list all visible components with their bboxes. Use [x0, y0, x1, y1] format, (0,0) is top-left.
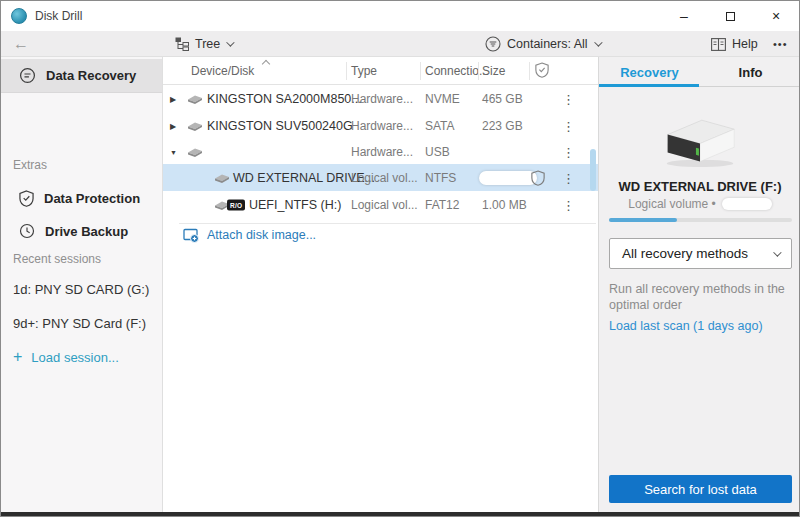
minimize-button[interactable]: – [661, 1, 707, 31]
device-connection: USB [425, 145, 450, 159]
load-session-label: Load session... [31, 350, 118, 365]
recovery-method-dropdown[interactable]: All recovery methods [609, 238, 792, 269]
device-size: 223 GB [482, 119, 523, 133]
column-connection[interactable]: Connectio... [425, 64, 489, 78]
sidebar: Data Recovery Extras Data Protection Dri… [1, 57, 163, 514]
tab-label: Info [739, 65, 763, 80]
column-type[interactable]: Type [351, 64, 377, 78]
device-connection: NVME [425, 92, 460, 106]
maximize-button[interactable] [707, 1, 753, 31]
sidebar-item-data-protection[interactable]: Data Protection [1, 182, 162, 214]
tab-info[interactable]: Info [700, 57, 800, 87]
search-for-lost-data-button[interactable]: Search for lost data [609, 475, 792, 503]
recovery-method-description: Run all recovery methods in the optimal … [609, 281, 790, 314]
device-size: 465 GB [482, 92, 523, 106]
titlebar: Disk Drill – × [1, 1, 799, 31]
drive-usage-bar [609, 218, 792, 222]
table-row[interactable]: R/O UEFI_NTFS (H:) Logical vol... FAT12 … [163, 191, 598, 219]
progress-fill [609, 218, 677, 222]
scrollbar-thumb[interactable] [590, 149, 596, 191]
toolbar: ← Tree Containers: All [1, 31, 799, 57]
close-button[interactable]: × [753, 1, 799, 31]
recovery-panel: Recovery Info WD EXTERNAL DRIVE (F:) Log… [598, 57, 800, 514]
device-type: Logical vol... [351, 198, 418, 212]
divider [179, 223, 596, 224]
chevron-down-icon [594, 38, 602, 46]
disk-icon [186, 120, 204, 131]
expand-icon[interactable]: ▶ [170, 121, 176, 130]
tree-view-dropdown[interactable]: Tree [175, 31, 232, 57]
collapse-icon[interactable]: ▼ [170, 148, 177, 155]
attach-disk-icon [183, 227, 199, 243]
sort-asc-icon [262, 60, 270, 68]
help-icon [711, 38, 726, 51]
row-menu-icon[interactable]: ⋮ [562, 198, 574, 213]
device-connection: FAT12 [425, 198, 459, 212]
history-clock-icon [19, 223, 35, 239]
app-title: Disk Drill [35, 1, 82, 31]
table-row-selected[interactable]: WD EXTERNAL DRIVE... Logical vol... NTFS… [163, 164, 598, 191]
disk-drill-window: Disk Drill – × ← Tree Containers: All [0, 0, 800, 517]
sidebar-item-data-recovery[interactable]: Data Recovery [1, 59, 162, 93]
shield-icon[interactable] [531, 170, 545, 186]
shield-check-column-icon [535, 62, 549, 78]
device-name: KINGSTON SA2000M850... [207, 92, 362, 106]
maximize-icon [726, 12, 735, 21]
more-options-button[interactable]: ••• [773, 31, 788, 57]
sidebar-item-label: Data Recovery [46, 68, 136, 83]
disk-icon [186, 93, 204, 104]
column-device-disk[interactable]: Device/Disk [191, 64, 254, 78]
disk-icon [186, 146, 204, 157]
table-row[interactable]: ▼ Hardware... USB ⋮ [163, 139, 598, 164]
device-connection: NTFS [425, 171, 456, 185]
read-only-badge: R/O [227, 200, 245, 211]
drive-subtitle: Logical volume • [628, 197, 716, 211]
device-name: KINGSTON SUV500240G [207, 119, 353, 133]
redacted-size-pill [479, 171, 537, 185]
help-button[interactable]: Help [711, 31, 758, 57]
device-type: Hardware... [351, 92, 413, 106]
minimize-icon: – [680, 8, 688, 24]
panel-tabs: Recovery Info [599, 57, 800, 87]
row-menu-icon[interactable]: ⋮ [562, 91, 574, 106]
chevron-down-icon [226, 38, 234, 46]
row-menu-icon[interactable]: ⋮ [562, 170, 574, 185]
tree-label: Tree [195, 37, 220, 51]
chevron-down-icon [773, 248, 781, 256]
table-row[interactable]: ▶ KINGSTON SUV500240G Hardware... SATA 2… [163, 112, 598, 139]
containers-filter-dropdown[interactable]: Containers: All [485, 31, 600, 57]
load-last-scan-link[interactable]: Load last scan (1 days ago) [609, 319, 763, 333]
disk-icon [213, 172, 231, 183]
filter-icon [485, 36, 501, 52]
active-tab-indicator [599, 84, 699, 87]
sidebar-item-drive-backup[interactable]: Drive Backup [1, 215, 162, 247]
recovery-method-value: All recovery methods [622, 246, 748, 261]
session-item-2[interactable]: 9d+: PNY SD Card (F:) [13, 316, 146, 331]
shield-check-icon [19, 190, 34, 207]
data-recovery-icon [19, 67, 36, 84]
device-type: Logical vol... [351, 171, 418, 185]
external-drive-illustration [655, 109, 745, 171]
selected-drive-name: WD EXTERNAL DRIVE (F:) [599, 179, 800, 194]
table-header: Device/Disk Type Connectio... Size [163, 57, 598, 85]
table-row[interactable]: ▶ KINGSTON SA2000M850... Hardware... NVM… [163, 85, 598, 112]
tab-label: Recovery [620, 65, 679, 80]
tab-recovery[interactable]: Recovery [599, 57, 700, 87]
app-icon [11, 8, 27, 24]
attach-disk-image-link[interactable]: Attach disk image... [183, 227, 316, 243]
load-session-button[interactable]: + Load session... [13, 348, 119, 366]
row-menu-icon[interactable]: ⋮ [562, 144, 574, 159]
session-item-1[interactable]: 1d: PNY SD CARD (G:) [13, 282, 149, 297]
device-table: Device/Disk Type Connectio... Size ▶ KIN… [163, 57, 598, 514]
device-type: Hardware... [351, 145, 413, 159]
attach-disk-image-label: Attach disk image... [207, 228, 316, 242]
expand-icon[interactable]: ▶ [170, 94, 176, 103]
column-size[interactable]: Size [482, 64, 505, 78]
sidebar-item-label: Drive Backup [45, 224, 128, 239]
tree-icon [175, 37, 189, 51]
taskbar-edge [1, 512, 799, 516]
back-button[interactable]: ← [13, 31, 29, 56]
row-menu-icon[interactable]: ⋮ [562, 118, 574, 133]
plus-icon: + [13, 348, 22, 366]
help-label: Help [732, 37, 758, 51]
